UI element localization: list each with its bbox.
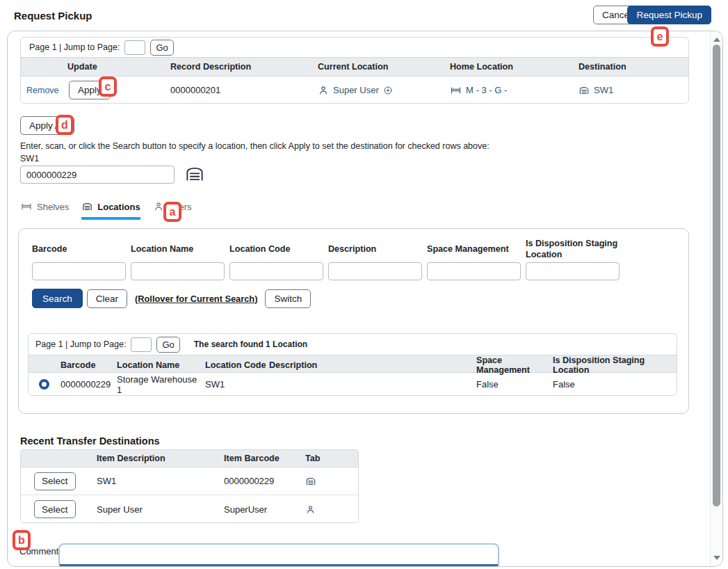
col-space-management: Space Management: [475, 355, 551, 375]
col-description: Description: [268, 360, 475, 370]
pickup-go-button[interactable]: Go: [150, 40, 173, 56]
pickup-pagination: Page 1 | Jump to Page: Go: [21, 38, 688, 57]
transfer-item-description: Super User: [95, 504, 223, 515]
search-fields: Barcode Location Name Location Code Desc…: [32, 237, 620, 280]
is-disposition-field-label: Is Disposition Staging Location: [526, 237, 620, 262]
pickup-table-row: Remove Apply 0000000201 Super User: [21, 77, 688, 104]
recent-transfer-row: Select Super User SuperUser: [21, 495, 358, 523]
warehouse-icon: [184, 163, 205, 184]
transfer-item-barcode: SuperUser: [223, 504, 304, 515]
col-location-code: Location Code: [204, 360, 268, 370]
location-name-field[interactable]: [131, 262, 225, 280]
scroll-down-icon[interactable]: [711, 553, 723, 563]
results-pagination: Page 1 | Jump to Page: Go The search fou…: [29, 334, 677, 355]
annotation-marker-e: e: [651, 26, 669, 47]
result-location-code: SW1: [204, 379, 268, 390]
barcode-field-label: Barcode: [32, 237, 126, 262]
remove-link[interactable]: Remove: [21, 86, 66, 95]
result-barcode: 0000000229: [59, 379, 115, 390]
col-item-barcode: Item Barcode: [223, 454, 304, 463]
col-is-disposition: Is Disposition Staging Location: [551, 355, 677, 375]
select-button[interactable]: Select: [34, 472, 76, 490]
annotation-marker-a: a: [163, 202, 181, 222]
transfer-item-description: SW1: [95, 476, 223, 486]
clear-button[interactable]: Clear: [87, 289, 127, 308]
recent-transfers-title: Recent Transfer Destinations: [20, 435, 160, 447]
search-buttons: Search Clear (Rollover for Current Searc…: [32, 289, 311, 308]
recent-transfers-header: Item Description Item Barcode Tab: [21, 450, 358, 467]
request-pickup-button[interactable]: Request Pickup: [627, 6, 711, 24]
warehouse-icon: [304, 476, 358, 487]
page-title: Request Pickup: [14, 0, 92, 31]
results-found-text: The search found 1 Location: [194, 339, 307, 349]
recent-transfer-row: Select SW1 0000000229: [21, 467, 358, 495]
home-location-value: M - 3 - G -: [448, 85, 577, 96]
comments-textarea[interactable]: [58, 543, 499, 566]
result-is-disposition: False: [551, 379, 677, 390]
search-results-table: Page 1 | Jump to Page: Go The search fou…: [28, 333, 677, 396]
top-bar: Request Pickup Cancel Request Pickup: [0, 0, 728, 31]
record-description-value: 0000000201: [169, 85, 316, 95]
location-name-field-label: Location Name: [131, 237, 225, 262]
annotation-marker-b: b: [13, 530, 31, 550]
pickup-page-label: Page 1 | Jump to Page:: [29, 42, 120, 52]
user-icon: [318, 85, 329, 96]
user-icon: [153, 201, 164, 212]
warehouse-icon: [579, 85, 590, 96]
tab-shelves[interactable]: Shelves: [20, 201, 69, 220]
col-tab: Tab: [304, 454, 358, 463]
col-item-description: Item Description: [95, 454, 223, 463]
instruction-text: Enter, scan, or click the Search button …: [20, 141, 490, 151]
warehouse-icon: [81, 201, 93, 212]
main-panel: Page 1 | Jump to Page: Go Update Record …: [7, 31, 723, 567]
rollover-current-search-link[interactable]: (Rollover for Current Search): [135, 294, 257, 304]
destination-value: SW1: [577, 85, 688, 96]
col-update: Update: [66, 62, 169, 72]
result-space-management: False: [475, 379, 551, 390]
results-page-label: Page 1 | Jump to Page:: [35, 339, 126, 349]
location-search-panel: Barcode Location Name Location Code Desc…: [18, 228, 689, 414]
col-barcode: Barcode: [59, 360, 115, 370]
results-go-button[interactable]: Go: [156, 337, 179, 353]
search-button[interactable]: Search: [32, 289, 83, 308]
col-current-location: Current Location: [316, 62, 448, 72]
col-home-location: Home Location: [448, 62, 577, 72]
recent-transfers-table: Item Description Item Barcode Tab Select…: [20, 449, 359, 523]
annotation-marker-d: d: [56, 115, 74, 135]
description-field-label: Description: [328, 237, 422, 262]
results-jump-input[interactable]: [131, 337, 152, 352]
destination-barcode-input[interactable]: [20, 166, 175, 184]
shelf-icon: [20, 201, 33, 212]
pickup-items-table: Page 1 | Jump to Page: Go Update Record …: [20, 37, 689, 104]
request-pickup-page: Request Pickup Cancel Request Pickup Pag…: [0, 0, 728, 569]
description-field[interactable]: [328, 262, 422, 280]
location-code-field-label: Location Code: [229, 237, 323, 262]
space-management-field-label: Space Management: [427, 237, 521, 262]
col-destination: Destination: [577, 62, 688, 72]
add-circle-icon[interactable]: [383, 86, 393, 95]
scrollbar-thumb[interactable]: [713, 45, 720, 506]
col-location-name: Location Name: [115, 360, 204, 370]
location-code-field[interactable]: [229, 262, 323, 280]
is-disposition-field[interactable]: [526, 262, 620, 280]
switch-button[interactable]: Switch: [265, 289, 311, 308]
results-table-header: Barcode Location Name Location Code Desc…: [29, 355, 677, 373]
transfer-item-barcode: 0000000229: [223, 476, 304, 486]
vertical-scrollbar[interactable]: [710, 31, 722, 566]
user-icon: [304, 504, 358, 515]
result-location-name: Storage Warehouse 1: [115, 374, 204, 395]
barcode-field[interactable]: [32, 262, 126, 280]
tab-locations[interactable]: Locations: [81, 201, 140, 220]
shelf-icon: [450, 85, 462, 96]
pickup-jump-input[interactable]: [124, 40, 145, 55]
scroll-up-icon[interactable]: [711, 35, 723, 45]
select-button[interactable]: Select: [34, 500, 76, 518]
current-location-value[interactable]: Super User: [316, 85, 448, 96]
annotation-marker-c: c: [99, 77, 117, 97]
space-management-field[interactable]: [427, 262, 521, 280]
results-table-row: 0000000229 Storage Warehouse 1 SW1 False…: [29, 373, 677, 396]
pickup-table-header: Update Record Description Current Locati…: [21, 57, 688, 77]
col-record-description: Record Description: [169, 62, 316, 72]
result-radio-selected[interactable]: [39, 379, 49, 390]
destination-entry-label: SW1: [20, 154, 39, 163]
